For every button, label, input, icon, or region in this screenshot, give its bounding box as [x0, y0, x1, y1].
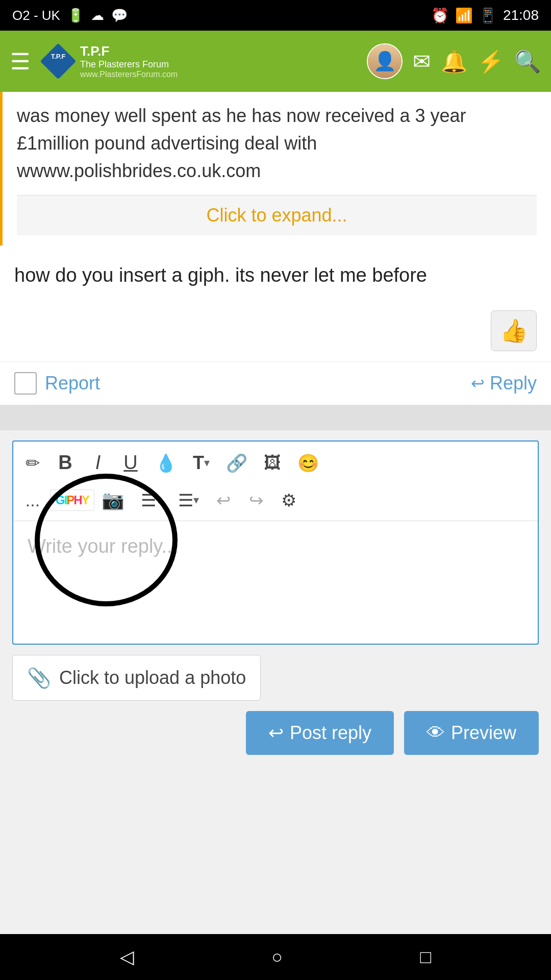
logo-text: T.P.F The Plasterers Forum www.Plasterer… — [80, 43, 178, 80]
emoji-button[interactable]: 😊 — [290, 446, 326, 480]
post-reply-icon: ↩ — [268, 722, 284, 744]
editor-container: ✏ B I U 💧 T ▾ 🔗 🖼 😊 .. — [12, 440, 539, 645]
format-icon-button[interactable]: ✏ — [17, 446, 48, 480]
redo-icon: ↪ — [249, 490, 263, 510]
giphy-button[interactable]: GIPHY — [50, 489, 94, 511]
cloud-icon: ☁ — [91, 8, 104, 23]
time-label: 21:08 — [503, 7, 539, 23]
link-button[interactable]: 🔗 — [219, 446, 255, 480]
checkbox[interactable] — [14, 372, 37, 395]
upload-photo-label: Click to upload a photo — [59, 667, 246, 689]
align-dropdown-icon: ▾ — [156, 494, 162, 507]
lightning-icon[interactable]: ⚡ — [478, 49, 504, 74]
align-icon: ☰ — [141, 490, 156, 510]
svg-text:T.P.F: T.P.F — [51, 53, 66, 60]
post-reply-button[interactable]: ↩ Post reply — [246, 711, 394, 755]
redo-button[interactable]: ↪ — [241, 484, 271, 517]
image-icon: 🖼 — [264, 453, 281, 473]
status-left: O2 - UK 🔋 ☁ 💬 — [12, 8, 128, 23]
list-icon: ☰ — [178, 490, 193, 510]
messenger-icon: 💬 — [111, 8, 128, 23]
avatar-image: 👤 — [368, 44, 402, 78]
home-button[interactable]: ○ — [271, 946, 283, 968]
bold-button[interactable]: B — [50, 446, 81, 480]
camera-button[interactable]: 📷 — [94, 484, 132, 516]
alarm-icon: ⏰ — [431, 7, 449, 24]
giphy-camera-group: GIPHY 📷 — [50, 484, 132, 517]
back-button[interactable]: ◁ — [120, 946, 134, 968]
notifications-icon[interactable]: 🔔 — [441, 49, 467, 74]
email-icon[interactable]: ✉ — [413, 49, 431, 74]
settings-button[interactable]: ⚙ — [273, 484, 304, 517]
logo[interactable]: T.P.F T.P.F The Plasterers Forum www.Pla… — [40, 43, 178, 80]
emoji-icon: 😊 — [297, 453, 319, 473]
expand-link[interactable]: Click to expand... — [206, 205, 347, 226]
list-dropdown-icon: ▾ — [193, 494, 199, 507]
toolbar-row-1: ✏ B I U 💧 T ▾ 🔗 🖼 😊 — [17, 446, 534, 480]
color-icon: 💧 — [155, 453, 177, 473]
underline-button[interactable]: U — [115, 446, 146, 480]
expand-btn[interactable]: Click to expand... — [17, 195, 537, 235]
settings-icon: ⚙ — [281, 490, 296, 510]
like-button[interactable]: 👍 — [491, 310, 537, 351]
post-reply-label: Post reply — [290, 722, 371, 744]
toolbar-row-2: ... GIPHY 📷 ☰ ▾ ☰ — [17, 484, 534, 517]
list-button[interactable]: ☰ ▾ — [171, 484, 206, 517]
undo-icon: ↩ — [216, 490, 231, 510]
post-text: how do you insert a giph. its never let … — [14, 261, 537, 290]
nav-bar: ☰ T.P.F T.P.F The Plasterers Forum www.P… — [0, 31, 551, 92]
italic-button[interactable]: I — [83, 446, 113, 480]
reply-link[interactable]: ↩ Reply — [471, 373, 537, 394]
logo-diamond-icon: T.P.F — [40, 43, 76, 79]
color-button[interactable]: 💧 — [148, 446, 184, 480]
align-button[interactable]: ☰ ▾ — [134, 484, 169, 517]
search-icon[interactable]: 🔍 — [514, 49, 541, 74]
reply-label: Reply — [490, 373, 537, 394]
text-size-icon: T — [193, 452, 204, 474]
post-message: how do you insert a giph. its never let … — [0, 246, 551, 305]
editor-placeholder: Write your reply... — [28, 535, 178, 557]
status-bar: O2 - UK 🔋 ☁ 💬 ⏰ 📶 📱 21:08 — [0, 0, 551, 31]
wifi-icon: 📶 — [455, 7, 473, 24]
text-size-button[interactable]: T ▾ — [186, 446, 217, 480]
text-size-dropdown-icon: ▾ — [204, 456, 210, 470]
editor-toolbar: ✏ B I U 💧 T ▾ 🔗 🖼 😊 .. — [13, 442, 538, 521]
image-button[interactable]: 🖼 — [257, 446, 288, 480]
undo-button[interactable]: ↩ — [208, 484, 239, 517]
report-section: Report — [14, 372, 100, 395]
preview-button[interactable]: 👁 Preview — [404, 711, 539, 755]
upload-photo-button[interactable]: 📎 Click to upload a photo — [12, 655, 261, 701]
giphy-logo: GIPHY — [56, 493, 89, 507]
pencil-icon: ✏ — [26, 453, 40, 473]
quoted-text: was money well spent as he has now recei… — [17, 102, 537, 185]
menu-icon[interactable]: ☰ — [10, 48, 30, 75]
more-icon: ... — [26, 491, 40, 510]
editor-body[interactable]: Write your reply... — [13, 521, 538, 644]
recents-button[interactable]: □ — [420, 946, 432, 968]
link-icon: 🔗 — [226, 453, 247, 473]
android-nav-bar: ◁ ○ □ — [0, 934, 551, 980]
like-area: 👍 — [0, 305, 551, 361]
action-row: Report ↩ Reply — [0, 361, 551, 405]
signal-icon: 📱 — [479, 7, 497, 24]
status-right: ⏰ 📶 📱 21:08 — [431, 7, 539, 24]
svg-rect-0 — [40, 43, 76, 79]
attachment-icon: 📎 — [27, 667, 51, 689]
avatar[interactable]: 👤 — [367, 43, 403, 79]
bottom-buttons: ↩ Post reply 👁 Preview — [0, 711, 551, 770]
preview-label: Preview — [451, 722, 516, 744]
quoted-post: was money well spent as he has now recei… — [0, 92, 551, 246]
battery-icon: 🔋 — [67, 8, 84, 23]
more-button[interactable]: ... — [17, 484, 48, 517]
section-divider — [0, 405, 551, 430]
preview-icon: 👁 — [427, 722, 445, 744]
report-link[interactable]: Report — [45, 373, 100, 394]
carrier-label: O2 - UK — [12, 8, 60, 23]
reply-arrow-icon: ↩ — [471, 374, 485, 393]
camera-icon: 📷 — [102, 489, 124, 510]
